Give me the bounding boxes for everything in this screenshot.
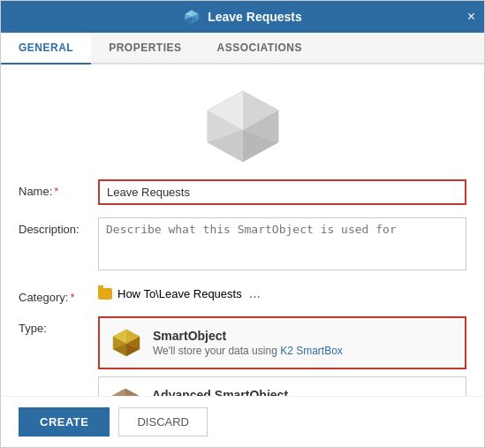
name-field [98,179,466,205]
smartobject-type-desc: We'll store your data using K2 SmartBox [153,345,343,357]
name-label: Name:* [19,179,98,198]
description-input[interactable] [98,217,466,270]
smartobject-cube-icon [199,82,287,171]
type-row: Type: [19,316,466,396]
dialog-icon [183,8,201,26]
name-required: * [54,185,58,198]
tab-properties[interactable]: PROPERTIES [91,33,199,65]
tab-bar: GENERAL PROPERTIES ASSOCIATIONS [1,33,484,65]
category-value-row: How To\Leave Requests ... [98,285,466,301]
type-label: Type: [19,316,98,335]
smartobject-type-icon [110,327,142,359]
advanced-type-icon [110,386,141,396]
k2-smartbox-link[interactable]: K2 SmartBox [280,345,343,357]
dialog: Leave Requests × GENERAL PROPERTIES ASSO… [0,0,485,448]
description-row: Description: [19,217,466,273]
category-more-button[interactable]: ... [242,285,261,301]
content-area: Name:* Description: Category:* [1,65,484,396]
category-value: How To\Leave Requests [117,287,242,300]
form: Name:* Description: Category:* [1,179,484,396]
smartobject-type-name: SmartObject [153,329,343,343]
type-option-advanced[interactable]: Advanced SmartObject Combine data using … [98,376,466,396]
type-options: SmartObject We'll store your data using … [98,316,466,396]
type-field: SmartObject We'll store your data using … [98,316,466,396]
description-label: Description: [19,217,98,236]
category-label: Category:* [19,285,98,304]
create-button[interactable]: CREATE [19,407,110,437]
category-row: Category:* How To\Leave Requests ... [19,285,466,304]
category-required: * [70,291,74,304]
smartobject-icon-area [1,65,484,179]
discard-button[interactable]: DISCARD [118,407,208,437]
advanced-type-name: Advanced SmartObject [152,388,391,396]
dialog-title: Leave Requests [208,10,302,24]
close-button[interactable]: × [467,10,475,24]
footer: CREATE DISCARD [1,396,484,447]
description-field [98,217,466,273]
smartobject-type-info: SmartObject We'll store your data using … [153,329,343,357]
title-bar: Leave Requests × [1,1,484,33]
folder-icon [98,288,112,300]
tab-general[interactable]: GENERAL [1,33,91,65]
name-input[interactable] [98,179,466,205]
tab-associations[interactable]: ASSOCIATIONS [200,33,320,65]
type-option-smartobject[interactable]: SmartObject We'll store your data using … [98,316,466,369]
name-row: Name:* [19,179,466,205]
category-field: How To\Leave Requests ... [98,285,466,301]
advanced-type-info: Advanced SmartObject Combine data using … [152,388,391,396]
